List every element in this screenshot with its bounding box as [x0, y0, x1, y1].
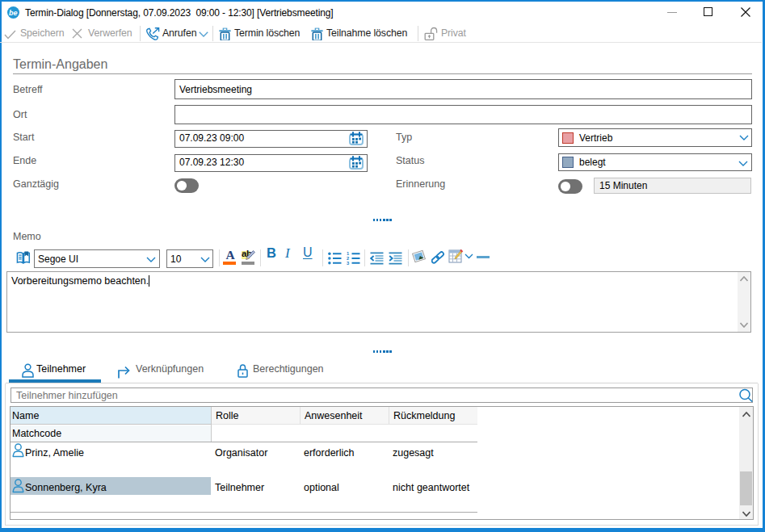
svg-text:3: 3 [347, 261, 350, 265]
